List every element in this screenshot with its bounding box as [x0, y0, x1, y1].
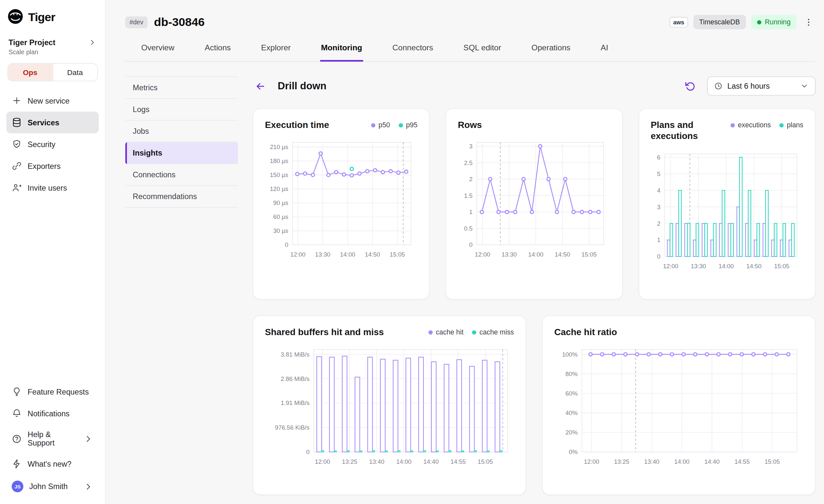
- sidebar: Tiger Tiger Project Scale plan Ops Data …: [0, 0, 106, 504]
- legend-item-plans[interactable]: plans: [780, 121, 804, 129]
- bar: [474, 451, 477, 452]
- data-point: [740, 353, 743, 356]
- bar: [705, 223, 707, 256]
- legend-dot: [399, 123, 403, 127]
- app: Tiger Tiger Project Scale plan Ops Data …: [0, 0, 824, 504]
- bar: [693, 240, 696, 256]
- avatar: JS: [12, 481, 23, 492]
- y-tick-label: 3.81 MiB/s: [281, 351, 310, 358]
- data-point: [489, 178, 492, 181]
- legend-dot: [730, 123, 735, 127]
- y-tick-label: 2.86 MiB/s: [281, 375, 310, 382]
- toggle-data[interactable]: Data: [52, 64, 97, 81]
- data-point: [481, 210, 484, 214]
- user-name: John Smith: [29, 482, 68, 491]
- tab-overview[interactable]: Overview: [140, 40, 176, 62]
- legend-item-p95[interactable]: p95: [399, 121, 418, 129]
- execution-time-chart: 210 µs180 µs150 µs120 µs90 µs60 µs30 µs0…: [265, 137, 418, 265]
- y-tick-label: 90 µs: [273, 200, 288, 207]
- project-plan: Scale plan: [8, 48, 56, 56]
- tab-explorer[interactable]: Explorer: [260, 40, 292, 62]
- bar: [373, 451, 375, 452]
- project-switcher[interactable]: Tiger Project Scale plan: [6, 37, 99, 63]
- tab-monitoring[interactable]: Monitoring: [320, 40, 363, 62]
- bar: [754, 240, 757, 256]
- legend-item-cache-hit[interactable]: cache hit: [429, 328, 463, 336]
- subnav-item-insights[interactable]: Insights: [125, 142, 238, 164]
- data-point: [296, 173, 299, 176]
- subnav-item-recommendations[interactable]: Recommendations: [125, 186, 238, 207]
- tab-actions[interactable]: Actions: [204, 40, 232, 62]
- product-badge: TimescaleDB: [693, 15, 746, 29]
- bar: [728, 223, 730, 256]
- bar: [765, 190, 768, 256]
- y-tick-label: 0: [657, 253, 660, 260]
- clock-icon: [714, 82, 722, 90]
- sidebar-item-label: Invite users: [28, 184, 67, 192]
- data-point: [787, 353, 790, 356]
- legend-item-p50[interactable]: p50: [371, 121, 390, 129]
- x-tick-label: 13:40: [369, 458, 384, 465]
- y-tick-label: 3: [469, 143, 473, 150]
- bar: [483, 361, 487, 452]
- legend-item-executions[interactable]: executions: [730, 121, 771, 129]
- sidebar-item-exporters[interactable]: Exporters: [6, 155, 99, 177]
- tab-operations[interactable]: Operations: [530, 40, 572, 62]
- x-tick-label: 14:40: [704, 458, 719, 465]
- shield-icon: [12, 139, 22, 149]
- bar: [730, 223, 733, 256]
- bar: [334, 451, 337, 452]
- subnav-item-jobs[interactable]: Jobs: [125, 120, 238, 142]
- aws-badge: aws: [670, 17, 688, 28]
- chart-title: Rows: [458, 119, 482, 131]
- shared-buffers-hit-and-miss-svg: 3.81 MiB/s2.86 MiB/s1.91 MiB/s976.56 KiB…: [265, 344, 514, 470]
- subnav-item-connections[interactable]: Connections: [125, 164, 238, 186]
- data-point: [682, 353, 685, 356]
- plus-icon: [12, 95, 22, 106]
- tab-sql-editor[interactable]: SQL editor: [462, 40, 502, 62]
- refresh-button[interactable]: [682, 78, 697, 94]
- y-tick-label: 20%: [565, 429, 578, 436]
- sidebar-item-notifications[interactable]: Notifications: [6, 403, 99, 424]
- bar: [470, 366, 474, 452]
- y-tick-label: 40%: [565, 409, 578, 416]
- sidebar-item-services[interactable]: Services: [6, 111, 99, 133]
- bar: [381, 359, 385, 452]
- data-point: [752, 353, 755, 356]
- sidebar-item-whats-new[interactable]: What's new?: [6, 453, 99, 475]
- data-point: [327, 174, 330, 177]
- sidebar-item-user-account[interactable]: JS John Smith: [6, 475, 99, 498]
- kebab-menu-button[interactable]: [802, 15, 816, 29]
- toggle-ops[interactable]: Ops: [8, 64, 53, 81]
- chart-card-plans-executions: Plans and executions executions plans: [639, 108, 816, 300]
- sidebar-item-new-service[interactable]: New service: [6, 90, 99, 111]
- drilldown-title: Drill down: [278, 80, 326, 92]
- chart-title: Cache hit ratio: [554, 327, 617, 338]
- tab-ai[interactable]: AI: [600, 40, 609, 62]
- sidebar-item-invite-users[interactable]: Invite users: [6, 177, 99, 199]
- subnav-item-logs[interactable]: Logs: [125, 99, 238, 120]
- y-tick-label: 0%: [569, 449, 578, 456]
- x-tick-label: 15:05: [764, 458, 780, 465]
- x-tick-label: 12:00: [663, 263, 678, 269]
- time-range-select[interactable]: Last 6 hours: [707, 76, 816, 95]
- data-point: [775, 353, 778, 356]
- bar: [360, 451, 362, 452]
- data-point: [597, 210, 600, 214]
- y-tick-label: 0.5: [464, 225, 473, 232]
- brand-name: Tiger: [28, 11, 55, 25]
- sidebar-item-feature-requests[interactable]: Feature Requests: [6, 381, 99, 403]
- data-point: [694, 353, 697, 356]
- chart-card-rows: Rows 32.521.510.5012:0013:3014:0014:5015…: [446, 108, 623, 300]
- sidebar-item-help-support[interactable]: Help & Support: [6, 424, 99, 453]
- sidebar-item-security[interactable]: Security: [6, 133, 99, 155]
- data-point: [366, 170, 369, 173]
- tab-connectors[interactable]: Connectors: [391, 40, 434, 62]
- subnav-item-metrics[interactable]: Metrics: [125, 76, 238, 99]
- bar: [711, 240, 713, 256]
- data-point: [514, 210, 517, 214]
- back-button[interactable]: [252, 78, 268, 94]
- bar: [317, 357, 322, 452]
- legend-item-cache-miss[interactable]: cache miss: [472, 328, 514, 336]
- data-point: [624, 353, 627, 356]
